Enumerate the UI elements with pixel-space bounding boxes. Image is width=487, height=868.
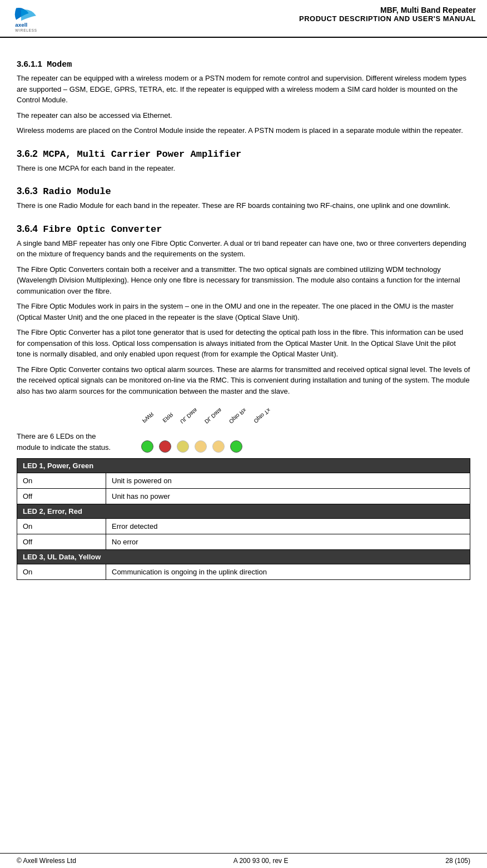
table-row: On Error detected [17,519,470,534]
section-364-para5: The Fibre Optic Converter contains two o… [17,364,470,397]
led-description-text: There are 6 LEDs on the module to indica… [17,431,117,453]
header-titles: MBF, Multi Band Repeater PRODUCT DESCRIP… [299,6,476,23]
section-3611: 3.6.1.1 Modem The repeater can be equipp… [17,59,470,136]
led-label-optorx: Opto Rx [232,406,252,437]
section-364-para4: The Fibre Optic Converter has a pilot to… [17,327,470,360]
section-362: 3.6.2 MCPA, Multi Carrier Power Amplifie… [17,148,470,174]
led-optotx [230,440,242,453]
page-footer: © Axell Wireless Ltd A 200 93 00, rev E … [0,853,487,868]
section-3611-para3: Wireless modems are placed on the Contro… [17,125,470,136]
led-label-err: ERR [163,406,179,437]
main-content: 3.6.1.1 Modem The repeater can be equipp… [0,38,487,613]
table-cell-desc: Unit is powered on [106,473,470,489]
section-362-para1: There is one MCPA for each band in the r… [17,163,470,174]
table-cell-state: On [17,564,106,580]
axell-logo: axell WIRELESS [11,6,61,33]
led-label-dldata: DL Data [208,406,228,437]
footer-document-number: A 200 93 00, rev E [233,857,289,865]
table-row: On Communication is ongoing in the uplin… [17,564,470,580]
led-label-uldata: UL Data [183,406,203,437]
table-section-header-led3: LED 3, UL Data, Yellow [17,550,470,564]
led-diagram-area: There are 6 LEDs on the module to indica… [17,406,470,453]
table-cell-desc: Communication is ongoing in the uplink d… [106,564,470,580]
table-cell-desc: No error [106,534,470,550]
section-364-para2: The Fibre Optic Converters contain both … [17,264,470,297]
section-364-para3: The Fibre Optic Modules work in pairs in… [17,301,470,323]
table-section-header-led1: LED 1, Power, Green [17,459,470,473]
table-row: On Unit is powered on [17,473,470,489]
section-363-para1: There is one Radio Module for each band … [17,200,470,211]
led-optorx [212,440,225,453]
led-uldata [177,440,189,453]
footer-copyright: © Axell Wireless Ltd [17,857,76,865]
section-363: 3.6.3 Radio Module There is one Radio Mo… [17,186,470,211]
led-label-optotx: Opto Tx [257,406,277,437]
led-err [159,440,171,453]
section-3611-para2: The repeater can also be accessed via Et… [17,110,470,121]
footer-page: 28 (105) [445,857,470,865]
product-subtitle: PRODUCT DESCRIPTION AND USER'S MANUAL [299,14,476,23]
led-circles [139,440,242,453]
table-cell-desc: Unit has no power [106,489,470,504]
table-cell-desc: Error detected [106,519,470,534]
table-row: Off No error [17,534,470,550]
section-363-heading: 3.6.3 Radio Module [17,186,470,197]
svg-text:axell: axell [15,22,27,28]
product-title: MBF, Multi Band Repeater [299,6,476,14]
section-362-heading: 3.6.2 MCPA, Multi Carrier Power Amplifie… [17,148,470,160]
led-dldata [195,440,207,453]
page-header: axell WIRELESS MBF, Multi Band Repeater … [0,0,487,38]
section-3611-heading: 3.6.1.1 Modem [17,59,470,70]
led-visual: PWR ERR UL Data DL Data Opto Rx Opto Tx [139,406,277,453]
section-364-para1: A single band MBF repeater has only one … [17,238,470,260]
table-cell-state: Off [17,534,106,550]
table-cell-state: Off [17,489,106,504]
logo-area: axell WIRELESS [11,6,61,33]
led-label-pwr: PWR [143,406,159,437]
section-364: 3.6.4 Fibre Optic Converter A single ban… [17,224,470,397]
table-row: Off Unit has no power [17,489,470,504]
table-section-header-led2: LED 2, Error, Red [17,504,470,519]
status-table: LED 1, Power, Green On Unit is powered o… [17,458,470,580]
svg-text:WIRELESS: WIRELESS [15,28,37,32]
section-3611-para1: The repeater can be equipped with a wire… [17,73,470,106]
table-cell-state: On [17,519,106,534]
section-364-heading: 3.6.4 Fibre Optic Converter [17,224,470,235]
led-pwr [141,440,153,453]
table-cell-state: On [17,473,106,489]
